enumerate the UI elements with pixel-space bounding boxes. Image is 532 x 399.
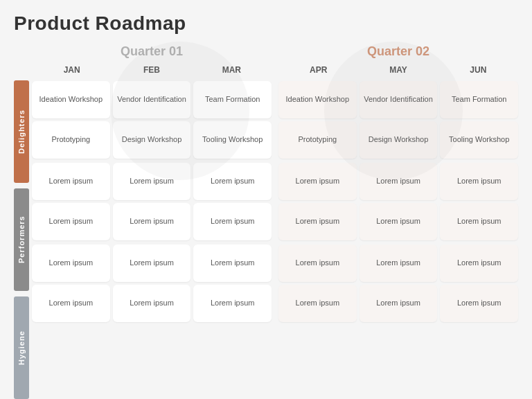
cell-h-r1-may: Lorem ipsum: [360, 245, 438, 282]
delighters-row2-q1: Prototyping Design Workshop Tooling Work…: [32, 121, 272, 159]
hygiene-row-2: Lorem ipsum Lorem ipsum Lorem ipsum Lore…: [32, 285, 518, 322]
cell-h-r2-jan: Lorem ipsum: [32, 285, 110, 322]
performers-row1-q1: Lorem ipsum Lorem ipsum Lorem ipsum: [32, 163, 272, 200]
page: Product Roadmap Delighters Performers Hy…: [0, 0, 532, 399]
delighters-row1-q1: Ideation Workshop Vendor Identification …: [32, 81, 272, 118]
performers-row1-q2: Lorem ipsum Lorem ipsum Lorem ipsum: [278, 163, 518, 200]
row-label-delighters: Delighters: [14, 80, 29, 183]
cell-divider-4: [272, 203, 278, 240]
performers-row-1: Lorem ipsum Lorem ipsum Lorem ipsum Lore…: [32, 163, 518, 200]
hygiene-row2-q1: Lorem ipsum Lorem ipsum Lorem ipsum: [32, 285, 272, 322]
cell-d-r2-feb: Design Workshop: [113, 121, 191, 159]
performers-row2-q1: Lorem ipsum Lorem ipsum Lorem ipsum: [32, 203, 272, 240]
hygiene-row2-q2: Lorem ipsum Lorem ipsum Lorem ipsum: [278, 285, 518, 322]
month-jan: JAN: [32, 63, 112, 77]
row-label-performers: Performers: [14, 188, 29, 291]
cell-d-r2-apr: Prototyping: [278, 121, 357, 159]
cell-p-r2-feb: Lorem ipsum: [113, 203, 191, 240]
roadmap-container: Delighters Performers Hygiene Quarter 01…: [14, 42, 518, 399]
cell-p-r2-may: Lorem ipsum: [360, 203, 438, 240]
cell-p-r1-jan: Lorem ipsum: [32, 163, 110, 200]
hygiene-row-1: Lorem ipsum Lorem ipsum Lorem ipsum Lore…: [32, 245, 518, 282]
cell-h-r2-apr: Lorem ipsum: [278, 285, 357, 322]
cell-h-r2-mar: Lorem ipsum: [193, 285, 272, 322]
performers-section: Lorem ipsum Lorem ipsum Lorem ipsum Lore…: [32, 163, 518, 240]
cell-h-r1-jun: Lorem ipsum: [440, 245, 518, 282]
grid-area: Quarter 01 Quarter 02 JAN FEB MAR APR MA…: [32, 42, 518, 399]
cell-p-r2-mar: Lorem ipsum: [193, 203, 272, 240]
delighters-row-2: Prototyping Design Workshop Tooling Work…: [32, 121, 518, 159]
cell-h-r1-mar: Lorem ipsum: [193, 245, 272, 282]
cell-d-r2-may: Design Workshop: [360, 121, 438, 159]
hygiene-row1-q1: Lorem ipsum Lorem ipsum Lorem ipsum: [32, 245, 272, 282]
months-row: JAN FEB MAR APR MAY JUN: [32, 63, 518, 77]
q1-months: JAN FEB MAR: [32, 63, 272, 77]
cell-divider-2: [272, 121, 278, 159]
delighters-row1-q2: Ideation Workshop Vendor Identification …: [278, 81, 518, 118]
delighters-section: Ideation Workshop Vendor Identification …: [32, 81, 518, 159]
cell-d-r1-jun: Team Formation: [440, 81, 518, 118]
performers-row2-q2: Lorem ipsum Lorem ipsum Lorem ipsum: [278, 203, 518, 240]
delighters-row-1: Ideation Workshop Vendor Identification …: [32, 81, 518, 118]
cell-d-r2-jan: Prototyping: [32, 121, 110, 159]
cell-p-r2-jun: Lorem ipsum: [440, 203, 518, 240]
cell-divider-6: [272, 285, 278, 322]
cell-divider-3: [272, 163, 278, 200]
cell-d-r1-apr: Ideation Workshop: [278, 81, 357, 118]
quarter-02-header: Quarter 02: [278, 42, 518, 62]
cell-d-r1-feb: Vendor Identification: [113, 81, 191, 118]
quarter-01-header: Quarter 01: [32, 42, 272, 62]
month-divider: [272, 63, 278, 77]
cell-p-r1-may: Lorem ipsum: [360, 163, 438, 200]
quarters-row: Quarter 01 Quarter 02: [32, 42, 518, 62]
month-mar: MAR: [192, 63, 272, 77]
quarter-divider: [272, 42, 278, 62]
cell-h-r1-feb: Lorem ipsum: [113, 245, 191, 282]
page-title: Product Roadmap: [14, 12, 518, 35]
cell-d-r1-mar: Team Formation: [193, 81, 272, 118]
cell-p-r1-jun: Lorem ipsum: [440, 163, 518, 200]
month-jun: JUN: [438, 63, 518, 77]
cell-h-r1-apr: Lorem ipsum: [278, 245, 357, 282]
cell-divider-5: [272, 245, 278, 282]
cell-p-r2-jan: Lorem ipsum: [32, 203, 110, 240]
cell-d-r1-may: Vendor Identification: [360, 81, 438, 118]
month-may: MAY: [358, 63, 438, 77]
cell-p-r1-mar: Lorem ipsum: [193, 163, 272, 200]
cell-h-r2-may: Lorem ipsum: [360, 285, 438, 322]
performers-row-2: Lorem ipsum Lorem ipsum Lorem ipsum Lore…: [32, 203, 518, 240]
cell-divider: [272, 81, 278, 118]
cell-p-r2-apr: Lorem ipsum: [278, 203, 357, 240]
delighters-row2-q2: Prototyping Design Workshop Tooling Work…: [278, 121, 518, 159]
cell-h-r2-jun: Lorem ipsum: [440, 285, 518, 322]
q2-months: APR MAY JUN: [278, 63, 518, 77]
cell-p-r1-apr: Lorem ipsum: [278, 163, 357, 200]
month-feb: FEB: [112, 63, 191, 77]
cell-h-r2-feb: Lorem ipsum: [113, 285, 191, 322]
month-apr: APR: [278, 63, 358, 77]
cell-h-r1-jan: Lorem ipsum: [32, 245, 110, 282]
cell-d-r1-jan: Ideation Workshop: [32, 81, 110, 118]
cell-d-r2-jun: Tooling Workshop: [440, 121, 518, 159]
hygiene-row1-q2: Lorem ipsum Lorem ipsum Lorem ipsum: [278, 245, 518, 282]
cell-d-r2-mar: Tooling Workshop: [193, 121, 272, 159]
row-labels: Delighters Performers Hygiene: [14, 80, 29, 399]
cell-p-r1-feb: Lorem ipsum: [113, 163, 191, 200]
row-label-hygiene: Hygiene: [14, 296, 29, 399]
hygiene-section: Lorem ipsum Lorem ipsum Lorem ipsum Lore…: [32, 245, 518, 322]
